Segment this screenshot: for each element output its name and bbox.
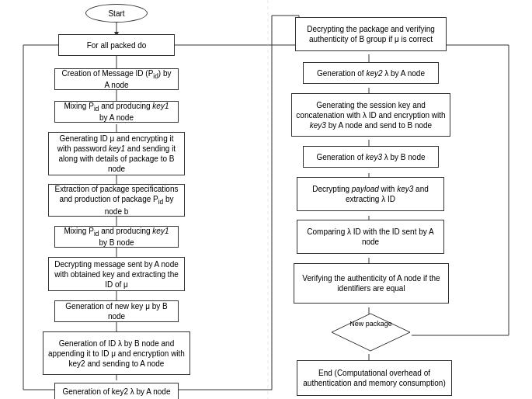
node-decrypt-pkg-verify-label: Decrypting the package and verifying aut… (300, 24, 442, 44)
node-extraction: Extraction of package specifications and… (48, 184, 185, 217)
node-decrypt-payload: Decrypting payload with key3 and extract… (297, 177, 444, 211)
flowchart: Start For all packed do Creation of Mess… (0, 0, 532, 399)
node-compare-id-label: Comparing λ ID with the ID sent by A nod… (301, 227, 440, 247)
node-gen-id-mu: Generating ID μ and encrypting it with p… (48, 132, 185, 175)
node-gen-id-mu-label: Generating ID μ and encrypting it with p… (53, 134, 180, 174)
node-for-all-label: For all packed do (87, 40, 147, 50)
node-gen-key3-lambda-b-label: Generation of key3 λ by B node (316, 152, 425, 162)
node-gen-key2-lambda-a-label: Generation of key2 λ by A node (63, 387, 171, 397)
node-gen-id-lambda-label: Generation of ID λ by B node and appendi… (47, 338, 186, 369)
node-gen-key2-lambda-a2: Generation of key2 λ by A node (303, 62, 439, 84)
node-mixing-pid-key1-a: Mixing Pid and producing key1 by A node (54, 101, 179, 123)
node-gen-id-lambda: Generation of ID λ by B node and appendi… (43, 331, 190, 375)
node-mixing-pid-key1-a-label: Mixing Pid and producing key1 by A node (59, 101, 174, 123)
node-decrypt-payload-label: Decrypting payload with key3 and extract… (301, 184, 440, 204)
start-label: Start (108, 9, 124, 19)
node-decrypt-msg-a: Decrypting message sent by A node with o… (48, 257, 185, 291)
node-creation-msgid-label: Creation of Message ID (Pid) by A node (59, 68, 174, 91)
node-decrypt-msg-a-label: Decrypting message sent by A node with o… (53, 259, 180, 290)
node-gen-new-key-mu: Generation of new key μ by B node (54, 300, 179, 322)
node-gen-new-key-mu-label: Generation of new key μ by B node (59, 301, 174, 321)
node-mixing-pid-key1-b-label: Mixing Pid and producing key1 by B node (59, 226, 174, 248)
node-gen-key3-lambda-b: Generation of key3 λ by B node (303, 146, 439, 168)
node-end-label: End (Computational overhead of authentic… (301, 368, 447, 388)
node-mixing-pid-key1-b: Mixing Pid and producing key1 by B node (54, 226, 179, 248)
node-new-package-label: New package (349, 320, 392, 328)
node-creation-msgid: Creation of Message ID (Pid) by A node (54, 68, 179, 90)
node-end: End (Computational overhead of authentic… (297, 360, 452, 396)
start-node: Start (85, 4, 148, 23)
node-gen-session-key-label: Generating the session key and concatena… (296, 100, 446, 130)
node-gen-key2-lambda-a: Generation of key2 λ by A node (54, 383, 179, 399)
node-gen-session-key: Generating the session key and concatena… (291, 93, 450, 137)
node-for-all: For all packed do (58, 34, 175, 56)
node-verify-authenticity-label: Verifying the authenticity of A node if … (298, 273, 444, 293)
node-verify-authenticity: Verifying the authenticity of A node if … (294, 263, 449, 304)
node-new-package-diamond: New package (330, 312, 412, 352)
node-compare-id: Comparing λ ID with the ID sent by A nod… (297, 220, 444, 254)
node-extraction-label: Extraction of package specifications and… (53, 184, 180, 217)
node-gen-key2-lambda-a2-label: Generation of key2 λ by A node (317, 68, 425, 78)
node-decrypt-pkg-verify: Decrypting the package and verifying aut… (295, 17, 447, 51)
